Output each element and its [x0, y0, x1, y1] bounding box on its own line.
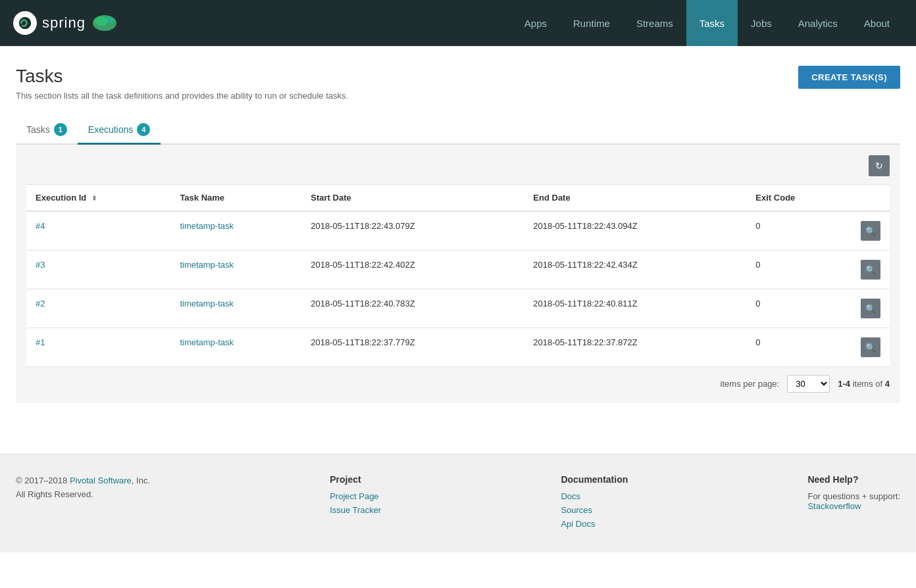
tab-executions-badge: 4 [137, 123, 150, 136]
nav-streams[interactable]: Streams [623, 0, 686, 46]
nav-about[interactable]: About [851, 0, 903, 46]
sort-icon[interactable]: ⬍ [91, 195, 97, 202]
cell-task-name: timetamp-task [170, 251, 301, 289]
table-toolbar: ↻ [26, 155, 890, 176]
project-title: Project [330, 474, 381, 485]
svg-point-3 [105, 16, 114, 23]
per-page-select[interactable]: 30 10 20 50 [787, 375, 830, 393]
sources-link[interactable]: Sources [561, 505, 628, 515]
tab-tasks[interactable]: Tasks 1 [16, 116, 78, 145]
nav-analytics[interactable]: Analytics [785, 0, 851, 46]
row-search-button[interactable]: 🔍 [861, 299, 880, 318]
footer-docs: Documentation Docs Sources Api Docs [561, 474, 628, 533]
logo-icon [13, 11, 37, 35]
cell-task-name: timetamp-task [170, 328, 301, 367]
cell-task-name: timetamp-task [170, 289, 301, 328]
cell-end-date: 2018-05-11T18:22:37.872Z [524, 328, 746, 367]
cell-execution-id: #2 [26, 289, 170, 328]
api-docs-link[interactable]: Api Docs [561, 519, 628, 529]
row-search-icon: 🔍 [865, 304, 876, 314]
cell-execution-id: #3 [26, 251, 170, 289]
cell-execution-id: #4 [26, 211, 170, 251]
table-row: #1 timetamp-task 2018-05-11T18:22:37.779… [26, 328, 890, 367]
cell-action: 🔍 [852, 289, 890, 328]
cell-end-date: 2018-05-11T18:22:43.094Z [524, 211, 746, 251]
nav-apps[interactable]: Apps [511, 0, 560, 46]
task-name-link[interactable]: timetamp-task [180, 221, 234, 231]
row-search-button[interactable]: 🔍 [861, 260, 880, 280]
cell-end-date: 2018-05-11T18:22:42.434Z [524, 251, 746, 289]
cell-execution-id: #1 [26, 328, 170, 367]
docs-title: Documentation [561, 474, 628, 485]
nav-jobs[interactable]: Jobs [738, 0, 785, 46]
tab-executions[interactable]: Executions 4 [78, 116, 161, 145]
nav-runtime[interactable]: Runtime [560, 0, 623, 46]
help-text: For questions + support: [807, 491, 900, 501]
cell-start-date: 2018-05-11T18:22:43.079Z [301, 211, 524, 251]
pagination-range: 1-4 [838, 379, 850, 389]
row-search-button[interactable]: 🔍 [861, 337, 880, 357]
page-subtitle: This section lists all the task definiti… [16, 91, 348, 101]
cell-exit-code: 0 [746, 289, 852, 328]
logo-text: spring [42, 14, 86, 32]
cell-action: 🔍 [852, 211, 890, 251]
cell-exit-code: 0 [746, 328, 852, 367]
stackoverflow-link[interactable]: Stackoverflow [807, 501, 900, 511]
col-actions [852, 185, 890, 212]
table-row: #3 timetamp-task 2018-05-11T18:22:42.402… [26, 251, 890, 289]
company-suffix: , Inc. [132, 476, 150, 485]
items-per-page-label: items per page: [721, 379, 780, 389]
tab-executions-label: Executions [88, 124, 133, 135]
execution-id-link[interactable]: #2 [36, 299, 45, 308]
task-name-link[interactable]: timetamp-task [180, 260, 234, 270]
col-exit-code: Exit Code [746, 185, 852, 212]
logo-leaf-icon [91, 13, 118, 33]
pagination-area: items per page: 30 10 20 50 1-4 items of… [26, 375, 890, 393]
execution-id-link[interactable]: #4 [36, 221, 45, 231]
col-execution-id: Execution Id ⬍ [26, 185, 170, 212]
execution-id-link[interactable]: #1 [36, 337, 45, 347]
pivotal-software-link[interactable]: Pivotal Software [70, 476, 132, 485]
row-search-icon: 🔍 [865, 226, 876, 236]
task-name-link[interactable]: timetamp-task [180, 299, 234, 308]
docs-link[interactable]: Docs [561, 491, 628, 501]
cell-action: 🔍 [852, 251, 890, 289]
cell-task-name: timetamp-task [170, 211, 301, 251]
cell-start-date: 2018-05-11T18:22:42.402Z [301, 251, 524, 289]
col-task-name: Task Name [170, 185, 301, 212]
row-search-button[interactable]: 🔍 [861, 221, 880, 241]
executions-table: Execution Id ⬍ Task Name Start Date End … [26, 184, 890, 367]
tab-tasks-label: Tasks [26, 124, 50, 135]
footer-project: Project Project Page Issue Tracker [330, 474, 381, 519]
tab-tasks-badge: 1 [54, 123, 67, 136]
nav-tasks[interactable]: Tasks [686, 0, 738, 46]
row-search-icon: 🔍 [865, 343, 876, 353]
issue-tracker-link[interactable]: Issue Tracker [330, 505, 381, 515]
pagination-info: 1-4 items of 4 [838, 379, 890, 389]
rights-text: All Rights Reserved. [16, 488, 150, 502]
cell-start-date: 2018-05-11T18:22:37.779Z [301, 328, 524, 367]
table-row: #2 timetamp-task 2018-05-11T18:22:40.783… [26, 289, 890, 328]
project-page-link[interactable]: Project Page [330, 491, 381, 501]
main-content: Tasks This section lists all the task de… [0, 46, 916, 441]
cell-exit-code: 0 [746, 211, 852, 251]
execution-id-link[interactable]: #3 [36, 260, 45, 270]
page-header: Tasks This section lists all the task de… [16, 66, 900, 101]
col-end-date: End Date [524, 185, 746, 212]
col-start-date: Start Date [301, 185, 524, 212]
header: spring Apps Runtime Streams Tasks Jobs A… [0, 0, 916, 46]
page-title-area: Tasks This section lists all the task de… [16, 66, 348, 101]
create-task-button[interactable]: CREATE TASK(S) [798, 66, 900, 89]
page-title: Tasks [16, 66, 348, 87]
pagination-total-label: items of [853, 379, 885, 389]
task-name-link[interactable]: timetamp-task [180, 337, 234, 347]
table-row: #4 timetamp-task 2018-05-11T18:22:43.079… [26, 211, 890, 251]
logo-area: spring [13, 11, 118, 35]
cell-end-date: 2018-05-11T18:22:40.811Z [524, 289, 746, 328]
footer-inner: © 2017–2018 Pivotal Software, Inc. All R… [16, 474, 900, 533]
refresh-button[interactable]: ↻ [869, 155, 890, 176]
pagination-total: 4 [885, 379, 890, 389]
footer: © 2017–2018 Pivotal Software, Inc. All R… [0, 454, 916, 552]
table-area: ↻ Execution Id ⬍ Task Name Start Date En… [16, 145, 900, 403]
nav: Apps Runtime Streams Tasks Jobs Analytic… [511, 0, 903, 46]
